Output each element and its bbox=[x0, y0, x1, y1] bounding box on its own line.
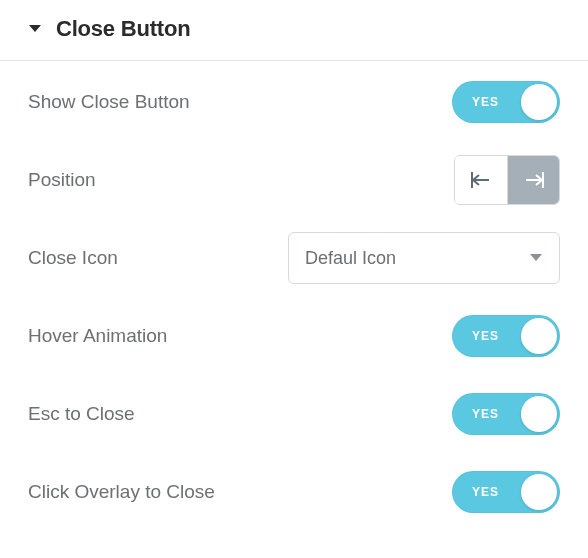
row-label: Show Close Button bbox=[28, 91, 190, 113]
toggle-esc-to-close[interactable]: YES bbox=[452, 393, 560, 435]
section-header[interactable]: Close Button bbox=[0, 0, 588, 61]
row-label: Click Overlay to Close bbox=[28, 481, 215, 503]
row-esc-to-close: Esc to Close YES bbox=[28, 375, 560, 453]
row-click-overlay-to-close: Click Overlay to Close YES bbox=[28, 453, 560, 531]
toggle-knob bbox=[521, 318, 557, 354]
caret-down-icon bbox=[28, 24, 42, 34]
settings-rows: Show Close Button YES Position bbox=[0, 61, 588, 531]
row-hover-animation: Hover Animation YES bbox=[28, 297, 560, 375]
position-left-button[interactable] bbox=[455, 156, 507, 204]
toggle-label: YES bbox=[472, 95, 499, 109]
align-left-icon bbox=[469, 170, 493, 190]
chevron-down-icon bbox=[529, 253, 543, 263]
toggle-show-close-button[interactable]: YES bbox=[452, 81, 560, 123]
align-right-icon bbox=[522, 170, 546, 190]
close-icon-select[interactable]: Defaul Icon bbox=[288, 232, 560, 284]
position-segmented-control bbox=[454, 155, 560, 205]
row-label: Position bbox=[28, 169, 96, 191]
row-position: Position bbox=[28, 141, 560, 219]
row-show-close-button: Show Close Button YES bbox=[28, 63, 560, 141]
toggle-knob bbox=[521, 396, 557, 432]
toggle-label: YES bbox=[472, 407, 499, 421]
toggle-knob bbox=[521, 474, 557, 510]
toggle-label: YES bbox=[472, 485, 499, 499]
select-value: Defaul Icon bbox=[305, 248, 396, 269]
row-label: Esc to Close bbox=[28, 403, 135, 425]
toggle-label: YES bbox=[472, 329, 499, 343]
toggle-hover-animation[interactable]: YES bbox=[452, 315, 560, 357]
row-label: Hover Animation bbox=[28, 325, 167, 347]
row-label: Close Icon bbox=[28, 247, 118, 269]
section-title: Close Button bbox=[56, 16, 190, 42]
toggle-knob bbox=[521, 84, 557, 120]
toggle-click-overlay-to-close[interactable]: YES bbox=[452, 471, 560, 513]
row-close-icon: Close Icon Defaul Icon bbox=[28, 219, 560, 297]
position-right-button[interactable] bbox=[507, 156, 559, 204]
